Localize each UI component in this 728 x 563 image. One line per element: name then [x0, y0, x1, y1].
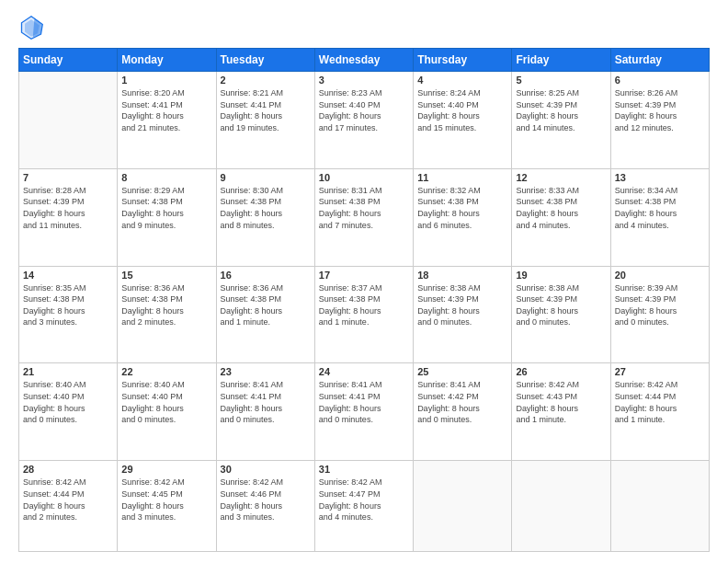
calendar-cell: 5Sunrise: 8:25 AMSunset: 4:39 PMDaylight…	[512, 72, 610, 169]
day-info: Sunrise: 8:26 AMSunset: 4:39 PMDaylight:…	[615, 87, 705, 133]
calendar-cell: 25Sunrise: 8:41 AMSunset: 4:42 PMDayligh…	[414, 363, 512, 461]
calendar-table: SundayMondayTuesdayWednesdayThursdayFrid…	[18, 48, 710, 552]
calendar-cell: 14Sunrise: 8:35 AMSunset: 4:38 PMDayligh…	[19, 266, 118, 363]
day-number: 14	[23, 270, 113, 281]
day-info: Sunrise: 8:40 AMSunset: 4:40 PMDaylight:…	[121, 379, 211, 425]
calendar-week-5: 28Sunrise: 8:42 AMSunset: 4:44 PMDayligh…	[19, 461, 710, 552]
logo	[18, 15, 48, 40]
day-info: Sunrise: 8:30 AMSunset: 4:38 PMDaylight:…	[221, 185, 311, 231]
day-number: 1	[121, 75, 211, 86]
calendar-cell: 13Sunrise: 8:34 AMSunset: 4:38 PMDayligh…	[610, 168, 709, 266]
day-number: 18	[417, 270, 507, 281]
calendar-cell: 19Sunrise: 8:38 AMSunset: 4:39 PMDayligh…	[512, 266, 610, 363]
calendar-cell: 27Sunrise: 8:42 AMSunset: 4:44 PMDayligh…	[610, 363, 709, 461]
day-number: 31	[319, 464, 409, 475]
day-info: Sunrise: 8:24 AMSunset: 4:40 PMDaylight:…	[417, 87, 507, 133]
day-info: Sunrise: 8:29 AMSunset: 4:38 PMDaylight:…	[121, 185, 211, 231]
day-number: 27	[615, 366, 705, 377]
calendar-week-3: 14Sunrise: 8:35 AMSunset: 4:38 PMDayligh…	[19, 266, 710, 363]
day-number: 25	[417, 366, 507, 377]
day-info: Sunrise: 8:20 AMSunset: 4:41 PMDaylight:…	[121, 87, 211, 133]
day-number: 17	[319, 270, 409, 281]
day-info: Sunrise: 8:42 AMSunset: 4:44 PMDaylight:…	[23, 477, 113, 523]
day-number: 22	[121, 366, 211, 377]
day-info: Sunrise: 8:42 AMSunset: 4:44 PMDaylight:…	[615, 379, 705, 425]
day-info: Sunrise: 8:37 AMSunset: 4:38 PMDaylight:…	[319, 282, 409, 328]
calendar-cell: 9Sunrise: 8:30 AMSunset: 4:38 PMDaylight…	[216, 168, 314, 266]
day-info: Sunrise: 8:42 AMSunset: 4:46 PMDaylight:…	[221, 477, 311, 523]
col-header-tuesday: Tuesday	[216, 49, 314, 72]
day-number: 26	[516, 366, 606, 377]
day-number: 9	[221, 172, 311, 183]
day-info: Sunrise: 8:21 AMSunset: 4:41 PMDaylight:…	[221, 87, 311, 133]
calendar-cell: 1Sunrise: 8:20 AMSunset: 4:41 PMDaylight…	[118, 72, 216, 169]
day-number: 13	[615, 172, 705, 183]
day-info: Sunrise: 8:40 AMSunset: 4:40 PMDaylight:…	[23, 379, 113, 425]
day-info: Sunrise: 8:36 AMSunset: 4:38 PMDaylight:…	[121, 282, 211, 328]
calendar-week-1: 1Sunrise: 8:20 AMSunset: 4:41 PMDaylight…	[19, 72, 710, 169]
day-number: 19	[516, 270, 606, 281]
col-header-sunday: Sunday	[19, 49, 118, 72]
logo-icon	[18, 15, 44, 40]
day-number: 30	[221, 464, 311, 475]
day-number: 29	[121, 464, 211, 475]
day-info: Sunrise: 8:33 AMSunset: 4:38 PMDaylight:…	[516, 185, 606, 231]
calendar-cell	[610, 461, 709, 552]
day-info: Sunrise: 8:41 AMSunset: 4:41 PMDaylight:…	[221, 379, 311, 425]
calendar-header-row: SundayMondayTuesdayWednesdayThursdayFrid…	[19, 49, 710, 72]
col-header-thursday: Thursday	[414, 49, 512, 72]
day-number: 2	[221, 75, 311, 86]
calendar-cell: 30Sunrise: 8:42 AMSunset: 4:46 PMDayligh…	[216, 461, 314, 552]
calendar-cell	[512, 461, 610, 552]
day-info: Sunrise: 8:36 AMSunset: 4:38 PMDaylight:…	[221, 282, 311, 328]
calendar-cell: 11Sunrise: 8:32 AMSunset: 4:38 PMDayligh…	[414, 168, 512, 266]
calendar-cell: 29Sunrise: 8:42 AMSunset: 4:45 PMDayligh…	[118, 461, 216, 552]
col-header-monday: Monday	[118, 49, 216, 72]
day-info: Sunrise: 8:25 AMSunset: 4:39 PMDaylight:…	[516, 87, 606, 133]
calendar-cell: 2Sunrise: 8:21 AMSunset: 4:41 PMDaylight…	[216, 72, 314, 169]
day-info: Sunrise: 8:28 AMSunset: 4:39 PMDaylight:…	[23, 185, 113, 231]
day-info: Sunrise: 8:38 AMSunset: 4:39 PMDaylight:…	[516, 282, 606, 328]
day-number: 16	[221, 270, 311, 281]
day-info: Sunrise: 8:35 AMSunset: 4:38 PMDaylight:…	[23, 282, 113, 328]
calendar-week-4: 21Sunrise: 8:40 AMSunset: 4:40 PMDayligh…	[19, 363, 710, 461]
day-info: Sunrise: 8:38 AMSunset: 4:39 PMDaylight:…	[417, 282, 507, 328]
col-header-wednesday: Wednesday	[314, 49, 413, 72]
calendar-cell: 26Sunrise: 8:42 AMSunset: 4:43 PMDayligh…	[512, 363, 610, 461]
day-info: Sunrise: 8:42 AMSunset: 4:43 PMDaylight:…	[516, 379, 606, 425]
day-info: Sunrise: 8:41 AMSunset: 4:41 PMDaylight:…	[319, 379, 409, 425]
day-number: 12	[516, 172, 606, 183]
calendar-cell: 15Sunrise: 8:36 AMSunset: 4:38 PMDayligh…	[118, 266, 216, 363]
day-info: Sunrise: 8:31 AMSunset: 4:38 PMDaylight:…	[319, 185, 409, 231]
col-header-saturday: Saturday	[610, 49, 709, 72]
day-number: 4	[417, 75, 507, 86]
calendar-cell: 17Sunrise: 8:37 AMSunset: 4:38 PMDayligh…	[314, 266, 413, 363]
col-header-friday: Friday	[512, 49, 610, 72]
calendar-cell: 31Sunrise: 8:42 AMSunset: 4:47 PMDayligh…	[314, 461, 413, 552]
calendar-cell: 21Sunrise: 8:40 AMSunset: 4:40 PMDayligh…	[19, 363, 118, 461]
day-number: 24	[319, 366, 409, 377]
page: SundayMondayTuesdayWednesdayThursdayFrid…	[0, 0, 728, 563]
day-number: 23	[221, 366, 311, 377]
day-info: Sunrise: 8:32 AMSunset: 4:38 PMDaylight:…	[417, 185, 507, 231]
calendar-cell: 24Sunrise: 8:41 AMSunset: 4:41 PMDayligh…	[314, 363, 413, 461]
day-info: Sunrise: 8:42 AMSunset: 4:45 PMDaylight:…	[121, 477, 211, 523]
day-info: Sunrise: 8:34 AMSunset: 4:38 PMDaylight:…	[615, 185, 705, 231]
calendar-cell: 20Sunrise: 8:39 AMSunset: 4:39 PMDayligh…	[610, 266, 709, 363]
day-number: 20	[615, 270, 705, 281]
day-number: 3	[319, 75, 409, 86]
calendar-cell: 18Sunrise: 8:38 AMSunset: 4:39 PMDayligh…	[414, 266, 512, 363]
day-number: 28	[23, 464, 113, 475]
day-number: 5	[516, 75, 606, 86]
calendar-cell: 22Sunrise: 8:40 AMSunset: 4:40 PMDayligh…	[118, 363, 216, 461]
day-number: 10	[319, 172, 409, 183]
calendar-cell: 16Sunrise: 8:36 AMSunset: 4:38 PMDayligh…	[216, 266, 314, 363]
day-info: Sunrise: 8:42 AMSunset: 4:47 PMDaylight:…	[319, 477, 409, 523]
day-number: 11	[417, 172, 507, 183]
day-number: 8	[121, 172, 211, 183]
day-info: Sunrise: 8:39 AMSunset: 4:39 PMDaylight:…	[615, 282, 705, 328]
header	[18, 15, 710, 40]
calendar-cell: 7Sunrise: 8:28 AMSunset: 4:39 PMDaylight…	[19, 168, 118, 266]
calendar-week-2: 7Sunrise: 8:28 AMSunset: 4:39 PMDaylight…	[19, 168, 710, 266]
calendar-cell: 12Sunrise: 8:33 AMSunset: 4:38 PMDayligh…	[512, 168, 610, 266]
